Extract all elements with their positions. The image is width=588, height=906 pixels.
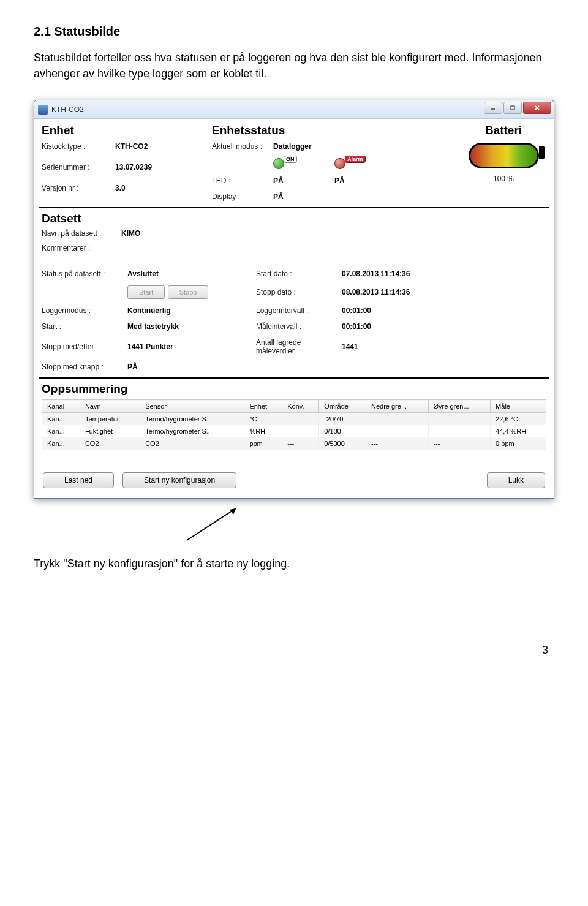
dataset-name-value: KIMO: [121, 229, 244, 238]
start-config-button[interactable]: Start ny konfigurasjon: [123, 472, 236, 488]
stored-label: Antall lagrede måleverdier: [256, 338, 336, 355]
loggermode-value: Kontinuerlig: [127, 306, 250, 315]
stopbtn-value: PÅ: [127, 363, 250, 371]
loggermode-label: Loggermodus :: [42, 306, 121, 315]
mode-label: Aktuell modus :: [212, 142, 273, 151]
led-on-indicator: ON: [273, 158, 334, 169]
close-button[interactable]: [523, 102, 551, 114]
datsett-title: Datsett: [42, 212, 546, 225]
green-led-icon: [273, 158, 284, 169]
divider-2: [39, 377, 549, 379]
measinterval-label: Måleintervall :: [256, 322, 336, 331]
divider: [39, 207, 549, 208]
dataset-status-value: Avsluttet: [127, 270, 250, 278]
col-enhet[interactable]: Enhet: [244, 400, 282, 413]
col-navn[interactable]: Navn: [80, 400, 140, 413]
stopafter-value: 1441 Punkter: [127, 342, 250, 351]
col-konv[interactable]: Konv.: [282, 400, 319, 413]
kistock-label: Kistock type :: [42, 142, 115, 151]
col-omrade[interactable]: Område: [319, 400, 366, 413]
annotation-arrow-icon: [181, 504, 254, 546]
app-window: KTH-CO2 Enhet Kistock type : KTH-CO2 S: [34, 100, 554, 499]
opps-title: Oppsummering: [42, 382, 546, 396]
col-male[interactable]: Måle: [491, 400, 546, 413]
led-value-2: PÅ: [334, 176, 390, 185]
battery-value: 100 %: [461, 175, 546, 183]
loginterval-value: 00:01:00: [342, 306, 452, 315]
battery-icon: [469, 140, 539, 172]
startdate-label: Start dato :: [256, 270, 336, 278]
loginterval-label: Loggerintervall :: [256, 306, 336, 315]
display-value: PÅ: [273, 192, 334, 201]
dataset-status-label: Status på datasett :: [42, 270, 121, 278]
stopbtn-label: Stopp med knapp :: [42, 363, 121, 371]
led-value: PÅ: [273, 176, 334, 185]
serial-label: Serienummer :: [42, 163, 115, 172]
dataset-name-label: Navn på datasett :: [42, 229, 121, 238]
serial-value: 13.07.0239: [115, 163, 201, 172]
table-row[interactable]: Kan...CO2CO2ppm---0/5000------0 ppm: [42, 437, 546, 450]
col-nedre[interactable]: Nedre gre...: [366, 400, 428, 413]
startdate-value: 07.08.2013 11:14:36: [342, 270, 452, 278]
stopdate-label: Stopp dato :: [256, 288, 336, 296]
download-button[interactable]: Last ned: [43, 472, 114, 488]
display-label: Display :: [212, 192, 273, 201]
stored-value: 1441: [342, 342, 452, 351]
status-title: Enhetsstatus: [212, 124, 450, 137]
table-row[interactable]: Kan...FuktighetTermo/hygrometer S...%RH-…: [42, 425, 546, 437]
version-value: 3.0: [115, 184, 201, 192]
red-led-icon: [334, 158, 345, 169]
stopdate-value: 08.08.2013 11:14:36: [342, 288, 452, 296]
start-value: Med tastetrykk: [127, 322, 250, 331]
on-tag: ON: [284, 156, 297, 163]
comments-label: Kommentarer :: [42, 244, 121, 252]
start-button[interactable]: Start: [127, 285, 165, 299]
mode-value: Datalogger: [273, 142, 334, 151]
doc-heading: 2.1 Statusbilde: [34, 25, 554, 39]
measinterval-value: 00:01:00: [342, 322, 452, 331]
minimize-button[interactable]: [484, 102, 502, 114]
stopafter-label: Stopp med/etter :: [42, 342, 121, 351]
svg-rect-1: [511, 106, 514, 110]
start-label: Start :: [42, 322, 121, 331]
titlebar[interactable]: KTH-CO2: [34, 100, 554, 119]
led-label: LED :: [212, 176, 273, 185]
col-ovre[interactable]: Øvre gren...: [428, 400, 491, 413]
kistock-value: KTH-CO2: [115, 142, 201, 151]
summary-table: Kanal Navn Sensor Enhet Konv. Område Ned…: [42, 399, 546, 450]
enhet-title: Enhet: [42, 124, 201, 137]
app-icon: [38, 105, 48, 115]
doc-paragraph: Statusbildet forteller oss hva statusen …: [34, 50, 554, 81]
window-title: KTH-CO2: [51, 105, 84, 114]
close-window-button[interactable]: Lukk: [487, 472, 545, 488]
svg-line-4: [187, 508, 236, 540]
maximize-button[interactable]: [503, 102, 522, 114]
page-number: 3: [34, 644, 554, 657]
col-kanal[interactable]: Kanal: [42, 400, 80, 413]
doc-footer-text: Trykk "Start ny konfigurasjon" for å sta…: [34, 557, 554, 570]
version-label: Versjon nr :: [42, 184, 115, 192]
alarm-indicator: Alarm: [334, 158, 390, 169]
battery-title: Batteri: [461, 124, 546, 137]
alarm-tag: Alarm: [345, 156, 366, 163]
col-sensor[interactable]: Sensor: [140, 400, 244, 413]
stop-button[interactable]: Stopp: [168, 285, 209, 299]
table-row[interactable]: Kan...TemperaturTermo/hygrometer S...°C-…: [42, 413, 546, 426]
